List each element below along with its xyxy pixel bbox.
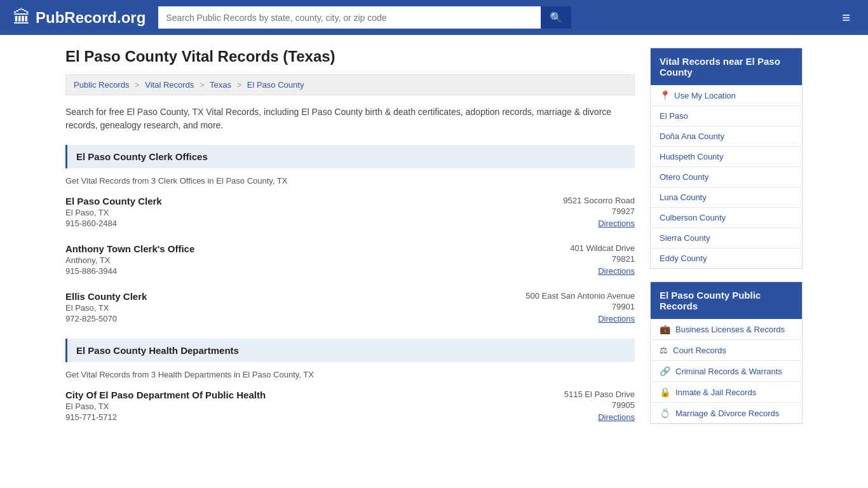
page-description: Search for free El Paso County, TX Vital…	[65, 105, 635, 132]
list-item: 💍 Marriage & Divorce Records	[651, 403, 802, 423]
list-item: Hudspeth County	[651, 147, 802, 167]
public-records-link-criminal[interactable]: Criminal Records & Warrants	[675, 367, 782, 376]
search-area: 🔍	[158, 6, 571, 29]
record-info: Anthony Town Clerk's Office Anthony, TX …	[65, 243, 508, 276]
health-departments-section: El Paso County Health Departments Get Vi…	[65, 339, 635, 422]
record-name: City Of El Paso Department Of Public Hea…	[65, 390, 508, 400]
record-name: El Paso County Clerk	[65, 196, 508, 207]
directions-link[interactable]: Directions	[508, 266, 635, 276]
logo-icon: 🏛	[13, 7, 31, 28]
nearby-link-luna[interactable]: Luna County	[660, 193, 707, 202]
health-departments-sub-desc: Get Vital Records from 3 Health Departme…	[65, 370, 635, 379]
list-item: El Paso	[651, 106, 802, 126]
logo-text: PubRecord.org	[36, 9, 146, 27]
list-item: Otero County	[651, 167, 802, 187]
public-records-section: El Paso County Public Records 💼 Business…	[650, 281, 803, 424]
breadcrumb-vital-records[interactable]: Vital Records	[145, 80, 194, 90]
location-icon: 📍	[660, 90, 670, 100]
record-city: El Paso, TX	[65, 208, 508, 217]
record-phone: 915-886-3944	[65, 266, 508, 276]
search-input[interactable]	[158, 6, 541, 29]
search-button[interactable]: 🔍	[541, 6, 571, 29]
nearby-link-culberson[interactable]: Culberson County	[660, 213, 726, 222]
list-item: Doña Ana County	[651, 126, 802, 147]
record-zip: 79821	[508, 254, 635, 264]
sidebar: Vital Records near El Paso County 📍 Use …	[650, 48, 803, 437]
record-zip: 79905	[508, 400, 635, 410]
list-item: 🔗 Criminal Records & Warrants	[651, 361, 802, 382]
record-street: 401 Wildcat Drive	[508, 243, 635, 253]
directions-link[interactable]: Directions	[508, 314, 635, 323]
record-city: El Paso, TX	[65, 402, 508, 411]
clerk-offices-sub-desc: Get Vital Records from 3 Clerk Offices i…	[65, 176, 635, 186]
court-icon: ⚖	[660, 345, 668, 355]
public-records-link-court[interactable]: Court Records	[673, 346, 726, 355]
nearby-link-eddy[interactable]: Eddy County	[660, 254, 707, 263]
nearby-link-el-paso[interactable]: El Paso	[660, 111, 688, 121]
record-info: Ellis County Clerk El Paso, TX 972-825-5…	[65, 291, 508, 323]
list-item: Sierra County	[651, 228, 802, 248]
record-address: 500 East San Antonio Avenue 79901 Direct…	[508, 291, 635, 323]
record-city: El Paso, TX	[65, 303, 508, 313]
criminal-icon: 🔗	[660, 366, 670, 376]
nearby-list: 📍 Use My Location El Paso Doña Ana Count…	[651, 85, 802, 268]
list-item: 💼 Business Licenses & Records	[651, 319, 802, 340]
inmate-icon: 🔒	[660, 387, 670, 397]
record-info: City Of El Paso Department Of Public Hea…	[65, 390, 508, 422]
public-records-list: 💼 Business Licenses & Records ⚖ Court Re…	[651, 319, 802, 423]
site-header: 🏛 PubRecord.org 🔍 ≡	[0, 0, 868, 35]
search-icon: 🔍	[550, 12, 562, 23]
record-entry: Ellis County Clerk El Paso, TX 972-825-5…	[65, 291, 635, 323]
record-street: 5115 El Paso Drive	[508, 390, 635, 399]
marriage-icon: 💍	[660, 408, 670, 418]
list-item: Luna County	[651, 187, 802, 208]
record-entry: City Of El Paso Department Of Public Hea…	[65, 390, 635, 422]
record-entry: Anthony Town Clerk's Office Anthony, TX …	[65, 243, 635, 276]
list-item: 🔒 Inmate & Jail Records	[651, 382, 802, 403]
briefcase-icon: 💼	[660, 324, 670, 334]
public-records-link-inmate[interactable]: Inmate & Jail Records	[675, 388, 756, 397]
main-container: El Paso County Vital Records (Texas) Pub…	[53, 35, 815, 450]
list-item: ⚖ Court Records	[651, 340, 802, 361]
use-location-item[interactable]: 📍 Use My Location	[651, 85, 802, 106]
record-address: 9521 Socorro Road 79927 Directions	[508, 196, 635, 228]
public-records-link-business[interactable]: Business Licenses & Records	[675, 325, 785, 334]
list-item: Eddy County	[651, 248, 802, 268]
record-entry: El Paso County Clerk El Paso, TX 915-860…	[65, 196, 635, 228]
nearby-link-hudspeth[interactable]: Hudspeth County	[660, 152, 723, 161]
nearby-link-sierra[interactable]: Sierra County	[660, 233, 710, 243]
record-name: Anthony Town Clerk's Office	[65, 243, 508, 254]
menu-button[interactable]: ≡	[837, 7, 855, 29]
nearby-section: Vital Records near El Paso County 📍 Use …	[650, 48, 803, 269]
clerk-offices-section: El Paso County Clerk Offices Get Vital R…	[65, 145, 635, 323]
breadcrumb-el-paso-county[interactable]: El Paso County	[247, 80, 304, 90]
public-records-link-marriage[interactable]: Marriage & Divorce Records	[675, 409, 779, 418]
record-phone: 915-860-2484	[65, 219, 508, 228]
record-info: El Paso County Clerk El Paso, TX 915-860…	[65, 196, 508, 228]
breadcrumb: Public Records > Vital Records > Texas >…	[65, 74, 635, 95]
list-item: Culberson County	[651, 208, 802, 228]
record-phone: 972-825-5070	[65, 314, 508, 323]
record-city: Anthony, TX	[65, 255, 508, 265]
health-departments-header: El Paso County Health Departments	[65, 339, 635, 362]
clerk-offices-header: El Paso County Clerk Offices	[65, 145, 635, 168]
breadcrumb-texas[interactable]: Texas	[210, 80, 231, 90]
record-zip: 79927	[508, 207, 635, 216]
directions-link[interactable]: Directions	[508, 412, 635, 422]
record-street: 500 East San Antonio Avenue	[508, 291, 635, 301]
logo-link[interactable]: 🏛 PubRecord.org	[13, 7, 146, 28]
directions-link[interactable]: Directions	[508, 219, 635, 228]
breadcrumb-public-records[interactable]: Public Records	[74, 80, 129, 90]
record-address: 5115 El Paso Drive 79905 Directions	[508, 390, 635, 422]
record-address: 401 Wildcat Drive 79821 Directions	[508, 243, 635, 276]
hamburger-icon: ≡	[842, 10, 850, 25]
nearby-link-otero[interactable]: Otero County	[660, 172, 709, 182]
record-zip: 79901	[508, 302, 635, 311]
public-records-section-header: El Paso County Public Records	[651, 282, 802, 319]
content-area: El Paso County Vital Records (Texas) Pub…	[65, 48, 635, 437]
nearby-section-header: Vital Records near El Paso County	[651, 48, 802, 85]
nearby-link-dona-ana[interactable]: Doña Ana County	[660, 132, 724, 141]
use-location-label: Use My Location	[674, 91, 736, 100]
record-phone: 915-771-5712	[65, 412, 508, 422]
record-name: Ellis County Clerk	[65, 291, 508, 302]
